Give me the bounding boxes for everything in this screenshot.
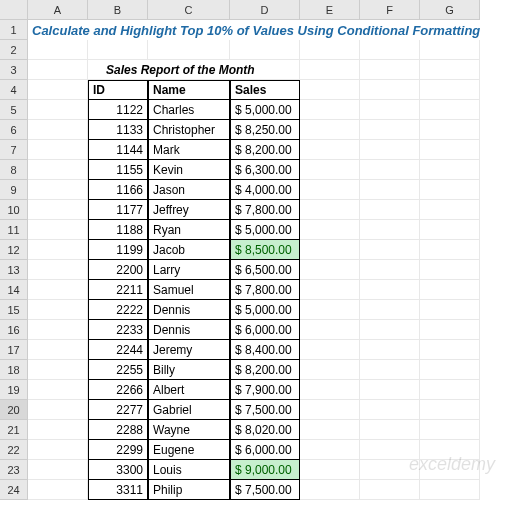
empty-cell[interactable] (300, 400, 360, 420)
table-cell-name[interactable]: Ryan (148, 220, 230, 240)
row-header-24[interactable]: 24 (0, 480, 28, 500)
empty-cell[interactable] (360, 60, 420, 80)
empty-cell[interactable] (360, 460, 420, 480)
row-header-6[interactable]: 6 (0, 120, 28, 140)
table-cell-id[interactable]: 2244 (88, 340, 148, 360)
table-cell-name[interactable]: Gabriel (148, 400, 230, 420)
row-header-20[interactable]: 20 (0, 400, 28, 420)
table-cell-sales[interactable]: $ 7,500.00 (230, 400, 300, 420)
table-cell-id[interactable]: 1166 (88, 180, 148, 200)
empty-cell[interactable] (360, 160, 420, 180)
empty-cell[interactable] (300, 60, 360, 80)
table-cell-sales[interactable]: $ 9,000.00 (230, 460, 300, 480)
empty-cell[interactable] (28, 200, 88, 220)
table-cell-id[interactable]: 2299 (88, 440, 148, 460)
table-header-id[interactable]: ID (88, 80, 148, 100)
empty-cell[interactable] (360, 480, 420, 500)
empty-cell[interactable] (420, 220, 480, 240)
empty-cell[interactable] (420, 320, 480, 340)
empty-cell[interactable] (28, 340, 88, 360)
empty-cell[interactable] (28, 220, 88, 240)
row-header-17[interactable]: 17 (0, 340, 28, 360)
empty-cell[interactable] (300, 220, 360, 240)
table-cell-sales[interactable]: $ 8,500.00 (230, 240, 300, 260)
row-header-10[interactable]: 10 (0, 200, 28, 220)
spreadsheet-grid[interactable]: ABCDEFG1Calculate and Highlight Top 10% … (0, 0, 523, 500)
empty-cell[interactable] (420, 60, 480, 80)
row-header-8[interactable]: 8 (0, 160, 28, 180)
table-cell-name[interactable]: Billy (148, 360, 230, 380)
row-header-23[interactable]: 23 (0, 460, 28, 480)
empty-cell[interactable] (300, 200, 360, 220)
empty-cell[interactable] (420, 200, 480, 220)
table-header-name[interactable]: Name (148, 80, 230, 100)
table-cell-name[interactable]: Philip (148, 480, 230, 500)
empty-cell[interactable] (28, 460, 88, 480)
empty-cell[interactable] (28, 120, 88, 140)
table-cell-sales[interactable]: $ 8,020.00 (230, 420, 300, 440)
column-header-B[interactable]: B (88, 0, 148, 20)
empty-cell[interactable] (420, 120, 480, 140)
empty-cell[interactable] (300, 280, 360, 300)
table-cell-sales[interactable]: $ 7,800.00 (230, 200, 300, 220)
empty-cell[interactable] (300, 260, 360, 280)
empty-cell[interactable] (420, 420, 480, 440)
table-cell-name[interactable]: Louis (148, 460, 230, 480)
table-cell-name[interactable]: Kevin (148, 160, 230, 180)
empty-cell[interactable] (420, 360, 480, 380)
table-cell-sales[interactable]: $ 7,900.00 (230, 380, 300, 400)
row-header-19[interactable]: 19 (0, 380, 28, 400)
empty-cell[interactable] (420, 340, 480, 360)
table-cell-id[interactable]: 1177 (88, 200, 148, 220)
row-header-2[interactable]: 2 (0, 40, 28, 60)
empty-cell[interactable] (300, 440, 360, 460)
select-all-corner[interactable] (0, 0, 28, 20)
empty-cell[interactable] (300, 100, 360, 120)
empty-cell[interactable] (360, 80, 420, 100)
column-header-G[interactable]: G (420, 0, 480, 20)
row-header-22[interactable]: 22 (0, 440, 28, 460)
empty-cell[interactable] (360, 240, 420, 260)
empty-cell[interactable] (28, 320, 88, 340)
empty-cell[interactable] (420, 280, 480, 300)
table-cell-id[interactable]: 1188 (88, 220, 148, 240)
empty-cell[interactable] (300, 360, 360, 380)
empty-cell[interactable] (230, 40, 300, 60)
empty-cell[interactable] (420, 160, 480, 180)
table-cell-name[interactable]: Jeremy (148, 340, 230, 360)
table-cell-sales[interactable]: $ 6,500.00 (230, 260, 300, 280)
table-cell-name[interactable]: Eugene (148, 440, 230, 460)
table-cell-sales[interactable]: $ 7,800.00 (230, 280, 300, 300)
table-cell-id[interactable]: 1133 (88, 120, 148, 140)
column-header-C[interactable]: C (148, 0, 230, 20)
empty-cell[interactable] (28, 60, 88, 80)
table-cell-id[interactable]: 2233 (88, 320, 148, 340)
table-cell-id[interactable]: 2255 (88, 360, 148, 380)
table-cell-id[interactable]: 2288 (88, 420, 148, 440)
table-cell-name[interactable]: Wayne (148, 420, 230, 440)
empty-cell[interactable] (420, 140, 480, 160)
empty-cell[interactable] (300, 320, 360, 340)
empty-cell[interactable] (28, 240, 88, 260)
table-cell-id[interactable]: 2200 (88, 260, 148, 280)
row-header-21[interactable]: 21 (0, 420, 28, 440)
empty-cell[interactable] (420, 480, 480, 500)
empty-cell[interactable] (28, 40, 88, 60)
table-cell-name[interactable]: Christopher (148, 120, 230, 140)
table-cell-sales[interactable]: $ 6,300.00 (230, 160, 300, 180)
row-header-18[interactable]: 18 (0, 360, 28, 380)
empty-cell[interactable] (360, 180, 420, 200)
empty-cell[interactable] (360, 40, 420, 60)
empty-cell[interactable] (420, 240, 480, 260)
empty-cell[interactable] (360, 340, 420, 360)
empty-cell[interactable] (28, 140, 88, 160)
table-cell-sales[interactable]: $ 8,200.00 (230, 140, 300, 160)
row-header-14[interactable]: 14 (0, 280, 28, 300)
column-header-F[interactable]: F (360, 0, 420, 20)
empty-cell[interactable] (300, 240, 360, 260)
table-cell-sales[interactable]: $ 7,500.00 (230, 480, 300, 500)
table-cell-name[interactable]: Samuel (148, 280, 230, 300)
empty-cell[interactable] (420, 40, 480, 60)
table-cell-sales[interactable]: $ 4,000.00 (230, 180, 300, 200)
table-cell-id[interactable]: 2222 (88, 300, 148, 320)
